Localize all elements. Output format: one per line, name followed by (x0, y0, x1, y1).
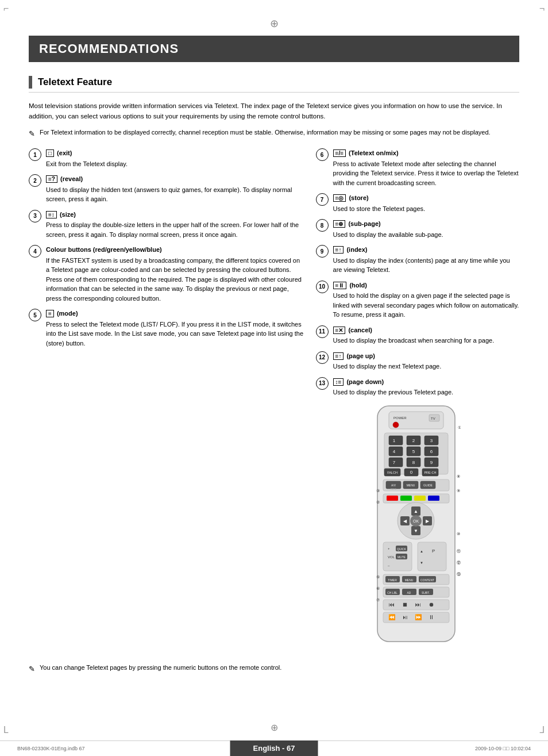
feature-number-10: 10 (316, 281, 329, 293)
feature-desc-13: Used to display the previous Teletext pa… (333, 387, 519, 397)
feature-desc-4: If the FASTEXT system is used by a broad… (46, 256, 304, 304)
svg-rect-13 (389, 447, 403, 456)
feature-item-8: 8 ≡⊛ (sub-page) Used to display the avai… (316, 219, 519, 239)
svg-text:⏮: ⏮ (389, 601, 395, 608)
feature-title-10: ≡⏸ (hold) (333, 281, 519, 290)
svg-text:7: 7 (393, 460, 396, 465)
svg-text:AD: AD (407, 591, 411, 594)
section-heading: Teletext Feature (29, 76, 519, 93)
svg-text:OK: OK (413, 519, 419, 523)
feature-title-11: ≡✕ (cancel) (333, 325, 519, 335)
page-title: RECOMMENDATIONS (29, 36, 519, 62)
feature-desc-9: Used to display the index (contents) pag… (333, 256, 519, 275)
right-column: 6 ≡/≡ (Teletext on/mix) Press to activat… (316, 148, 519, 647)
svg-text:⑧: ⑧ (457, 474, 460, 478)
svg-text:MENU: MENU (404, 578, 413, 582)
feature-item-10: 10 ≡⏸ (hold) Used to hold the display on… (316, 281, 519, 320)
svg-text:③: ③ (376, 489, 380, 493)
svg-text:FALCH: FALCH (387, 471, 398, 474)
feature-number-6: 6 (316, 148, 329, 161)
svg-rect-59 (418, 542, 446, 571)
feature-item-9: 9 ≡↑ (index) Used to display the index (… (316, 245, 519, 275)
svg-text:9: 9 (430, 460, 433, 465)
feature-number-2: 2 (29, 174, 41, 187)
feature-number-8: 8 (316, 219, 329, 232)
svg-text:①: ① (458, 425, 461, 429)
corner-mark-bl: L (3, 725, 9, 735)
feature-desc-8: Used to display the available sub-page. (333, 230, 519, 240)
corner-mark-br: L (539, 725, 545, 735)
feature-title-6: ≡/≡ (Teletext on/mix) (333, 148, 519, 158)
feature-item-12: 12 ≡↑ (page up) Used to display the next… (316, 351, 519, 371)
svg-text:⏪: ⏪ (388, 613, 396, 621)
left-column: 1 □ (exit) Exit from the Teletext displa… (29, 148, 304, 647)
svg-rect-19 (389, 458, 403, 467)
svg-text:0: 0 (410, 470, 413, 475)
footer-right: 2009-10-09 □□ 10:02:04 (475, 746, 531, 751)
svg-text:P: P (432, 548, 435, 554)
svg-text:⏹: ⏹ (402, 601, 408, 608)
feature-desc-6: Press to activate Teletext mode after se… (333, 159, 519, 188)
svg-text:MENU: MENU (406, 483, 415, 487)
feature-number-3: 3 (29, 210, 41, 222)
feature-content-11: ≡✕ (cancel) Used to display the broadcas… (333, 325, 519, 346)
feature-desc-11: Used to display the broadcast when searc… (333, 336, 519, 346)
feature-title-8: ≡⊛ (sub-page) (333, 219, 519, 229)
feature-number-1: 1 (29, 148, 41, 161)
feature-item-4: 4 Colour buttons (red/green/yellow/blue)… (29, 245, 304, 303)
intro-paragraph: Most television stations provide written… (29, 101, 519, 122)
svg-text:⑤: ⑤ (376, 575, 380, 579)
feature-item-5: 5 ≡ (mode) Press to select the Teletext … (29, 309, 304, 348)
feature-content-4: Colour buttons (red/green/yellow/blue) I… (46, 245, 304, 303)
feature-number-7: 7 (316, 193, 329, 206)
feature-desc-10: Used to hold the display on a given page… (333, 291, 519, 320)
feature-title-2: ≡? (reveal) (46, 174, 304, 184)
svg-text:▲: ▲ (420, 550, 423, 553)
feature-number-12: 12 (316, 351, 329, 364)
svg-text:⏸: ⏸ (429, 614, 434, 620)
svg-text:SUBT.: SUBT. (422, 591, 430, 594)
svg-text:POWER: POWER (393, 416, 407, 420)
feature-desc-3: Press to display the double-size letters… (46, 220, 304, 239)
feature-content-3: ≡↕ (size) Press to display the double-si… (46, 210, 304, 240)
svg-text:INFO: INFO (391, 488, 396, 490)
remote-control-image: POWER TV 1 2 3 4 (372, 403, 464, 647)
svg-point-3 (393, 422, 399, 428)
bottom-note-text: You can change Teletext pages by pressin… (40, 663, 281, 673)
svg-text:8: 8 (412, 460, 415, 465)
svg-text:MUTE: MUTE (398, 555, 406, 559)
svg-rect-7 (389, 436, 403, 445)
feature-desc-2: Used to display the hidden text (answers… (46, 185, 304, 204)
svg-text:⏯: ⏯ (402, 614, 408, 620)
note-icon: ✎ (29, 128, 35, 140)
svg-text:▶: ▶ (426, 519, 430, 524)
heading-bar (29, 76, 32, 89)
svg-text:⏩: ⏩ (415, 613, 422, 621)
feature-title-1: □ (exit) (46, 148, 304, 158)
feature-title-5: ≡ (mode) (46, 309, 304, 318)
feature-number-11: 11 (316, 325, 329, 338)
svg-text:⑪: ⑪ (457, 549, 461, 553)
svg-text:⏺: ⏺ (429, 601, 434, 608)
feature-content-5: ≡ (mode) Press to select the Teletext mo… (46, 309, 304, 348)
feature-item-13: 13 ↕≡ (page down) Used to display the pr… (316, 377, 519, 397)
page-footer: BN68-02330K-01Eng.indb 67 English - 67 2… (0, 740, 548, 756)
svg-text:GUIDE: GUIDE (423, 483, 433, 487)
feature-content-1: □ (exit) Exit from the Teletext display. (46, 148, 304, 168)
svg-text:⑩: ⑩ (457, 532, 460, 536)
svg-text:▼: ▼ (420, 561, 423, 565)
feature-desc-1: Exit from the Teletext display. (46, 159, 304, 169)
feature-title-3: ≡↕ (size) (46, 210, 304, 220)
svg-text:5: 5 (412, 449, 415, 454)
feature-content-13: ↕≡ (page down) Used to display the previ… (333, 377, 519, 397)
feature-item-2: 2 ≡? (reveal) Used to display the hidden… (29, 174, 304, 204)
feature-title-13: ↕≡ (page down) (333, 377, 519, 387)
svg-text:2: 2 (412, 438, 415, 443)
svg-text:CONTENT: CONTENT (420, 578, 434, 582)
svg-text:⑦: ⑦ (376, 598, 380, 602)
svg-text:CH LBL: CH LBL (387, 591, 398, 594)
svg-text:1: 1 (393, 438, 396, 443)
feature-content-10: ≡⏸ (hold) Used to hold the display on a … (333, 281, 519, 320)
feature-item-3: 3 ≡↕ (size) Press to display the double-… (29, 210, 304, 240)
content-columns: 1 □ (exit) Exit from the Teletext displa… (29, 148, 519, 647)
